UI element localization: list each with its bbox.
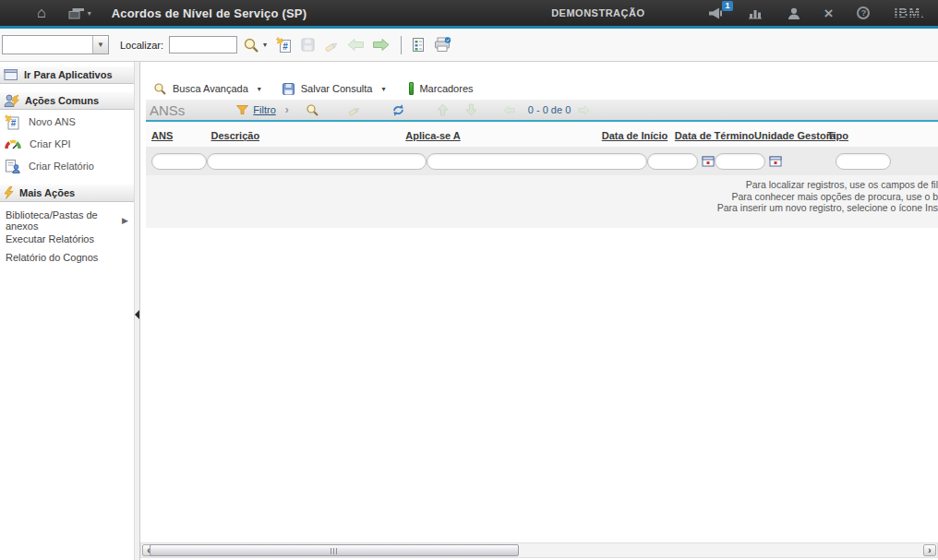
- brand-logo: IBM.: [894, 6, 925, 20]
- calendar-icon[interactable]: [769, 155, 782, 167]
- profile-button[interactable]: [788, 7, 800, 19]
- query-bar: Busca Avançada ▾ Salvar Consulta ▾ Marca…: [153, 79, 474, 98]
- new-record-icon: #: [276, 37, 293, 54]
- sidebar-header-more-actions[interactable]: Mais Ações: [0, 184, 134, 202]
- query-select[interactable]: ▼: [2, 35, 109, 54]
- scrollbar-thumb[interactable]: [150, 544, 519, 556]
- collapse-sidebar-icon[interactable]: [135, 310, 139, 319]
- column-header-description[interactable]: Descrição: [211, 130, 406, 141]
- sidebar-item-create-report[interactable]: Criar Relatório: [0, 156, 134, 176]
- bookmarks-label: Marcadores: [419, 83, 473, 94]
- clear-changes-button[interactable]: [323, 38, 340, 53]
- column-header-managing-unit[interactable]: Unidade Gestora: [754, 130, 827, 141]
- previous-page-button[interactable]: [503, 105, 515, 115]
- save-button[interactable]: [300, 37, 316, 53]
- find-button[interactable]: [243, 37, 259, 54]
- help-button[interactable]: ?: [857, 6, 870, 19]
- advanced-search-button[interactable]: Busca Avançada ▾: [153, 82, 261, 96]
- sidebar-header-label: Ações Comuns: [25, 95, 99, 106]
- find-options-button[interactable]: ▾: [263, 41, 267, 49]
- find-label: Localizar:: [120, 40, 163, 51]
- app-toolbar: ▼ Localizar: ▾ #: [0, 29, 938, 62]
- clear-filter-button[interactable]: [347, 104, 362, 116]
- refresh-icon: [391, 103, 405, 117]
- topbar-actions: DEMONSTRAÇÃO 1 × ? IBM.: [551, 6, 938, 21]
- combo-arrow-button[interactable]: ▼: [92, 36, 108, 54]
- grid-search-button[interactable]: [306, 103, 319, 117]
- sidebar-item-label: Novo ANS: [29, 116, 76, 127]
- save-query-button[interactable]: Salvar Consulta ▾: [282, 82, 386, 96]
- filter-input-start-date[interactable]: [647, 153, 698, 170]
- previous-row-button[interactable]: [437, 103, 449, 116]
- printer-icon: [433, 37, 451, 53]
- close-icon: ×: [824, 6, 834, 21]
- sidebar-item-new-ans[interactable]: # Novo ANS: [0, 112, 134, 132]
- filter-toggle[interactable]: Filtro: [236, 104, 275, 115]
- announcements-button[interactable]: 1: [708, 7, 725, 19]
- sidebar-item-run-reports[interactable]: Executar Relatórios: [0, 230, 134, 248]
- find-input[interactable]: [169, 36, 237, 54]
- next-page-button[interactable]: [578, 105, 590, 115]
- filter-link-label: Filtro: [253, 104, 275, 115]
- column-header-type[interactable]: Tipo: [827, 130, 938, 141]
- filter-cell-ans: [151, 153, 207, 170]
- create-report-icon: [5, 159, 20, 173]
- sidebar: Ir Para Aplicativos Ações Comuns # Novo …: [0, 62, 134, 560]
- grid-title: ANSs: [150, 102, 185, 118]
- column-header-start-date[interactable]: Data de Início: [602, 130, 675, 141]
- help-line: Para inserir um novo registro, selecione…: [717, 202, 938, 214]
- bar-chart-icon: [749, 7, 764, 19]
- filter-input-description[interactable]: [207, 153, 427, 170]
- filter-cell-end-date: [715, 153, 782, 170]
- home-icon[interactable]: ⌂: [37, 6, 46, 20]
- sidebar-splitter[interactable]: [134, 62, 140, 560]
- refresh-button[interactable]: [391, 103, 405, 117]
- reports-button[interactable]: [749, 7, 764, 19]
- arrow-up-icon: [437, 103, 449, 116]
- sidebar-item-create-kpi[interactable]: Criar KPI: [0, 134, 134, 154]
- column-header-ans[interactable]: ANS: [151, 130, 211, 141]
- next-row-button[interactable]: [465, 103, 477, 116]
- bookmarks-button[interactable]: Marcadores: [409, 82, 473, 95]
- sidebar-header-label: Mais Ações: [19, 187, 75, 198]
- sidebar-header-common-actions[interactable]: Ações Comuns: [0, 91, 134, 110]
- report-page-icon: [411, 37, 426, 53]
- next-record-button[interactable]: [372, 38, 390, 52]
- column-header-end-date[interactable]: Data de Término: [675, 130, 754, 141]
- sidebar-header-label: Ir Para Aplicativos: [24, 69, 113, 80]
- new-record-button[interactable]: #: [276, 37, 293, 54]
- sidebar-item-label: Executar Relatórios: [6, 233, 94, 244]
- table-filter-row: [146, 147, 938, 175]
- filter-input-ans[interactable]: [151, 153, 207, 170]
- scroll-right-button[interactable]: ›: [923, 544, 936, 556]
- filter-input-type[interactable]: [836, 153, 891, 170]
- previous-record-button[interactable]: [347, 38, 365, 52]
- flyout-arrow-icon: ▶: [122, 216, 128, 225]
- toolbar-divider: [401, 36, 402, 54]
- reports-list-button[interactable]: [411, 37, 426, 53]
- horizontal-scrollbar[interactable]: ‹ ›: [140, 542, 938, 558]
- gauge-icon: [5, 138, 21, 150]
- filter-input-applies-to[interactable]: [427, 153, 647, 170]
- sidebar-header-go-to-apps[interactable]: Ir Para Aplicativos: [0, 66, 134, 84]
- sign-out-button[interactable]: ×: [824, 6, 834, 21]
- arrow-down-icon: [465, 103, 477, 116]
- chevron-down-icon: ▾: [263, 41, 267, 49]
- funnel-icon: [236, 105, 248, 114]
- filter-cell-type: [827, 153, 938, 170]
- app-switcher-button[interactable]: ▾: [68, 7, 91, 19]
- stacked-windows-icon: [68, 7, 85, 19]
- record-count: 0 - 0 de 0: [528, 104, 571, 115]
- calendar-icon[interactable]: [702, 155, 715, 167]
- sidebar-item-attachments[interactable]: Biblioteca/Pastas de anexos ▶: [0, 211, 134, 230]
- filter-input-end-date[interactable]: [715, 153, 765, 170]
- page-title: Acordos de Nível de Serviço (SP): [112, 6, 307, 20]
- bookmark-icon: [409, 82, 414, 95]
- question-icon: ?: [857, 6, 870, 19]
- person-icon: [788, 7, 800, 19]
- advanced-search-label: Busca Avançada: [173, 83, 248, 94]
- arrow-right-icon: [578, 105, 590, 115]
- sidebar-item-cognos-report[interactable]: Relatório do Cognos: [0, 248, 134, 267]
- column-header-applies-to[interactable]: Aplica-se A: [405, 130, 601, 141]
- print-button[interactable]: [433, 37, 451, 53]
